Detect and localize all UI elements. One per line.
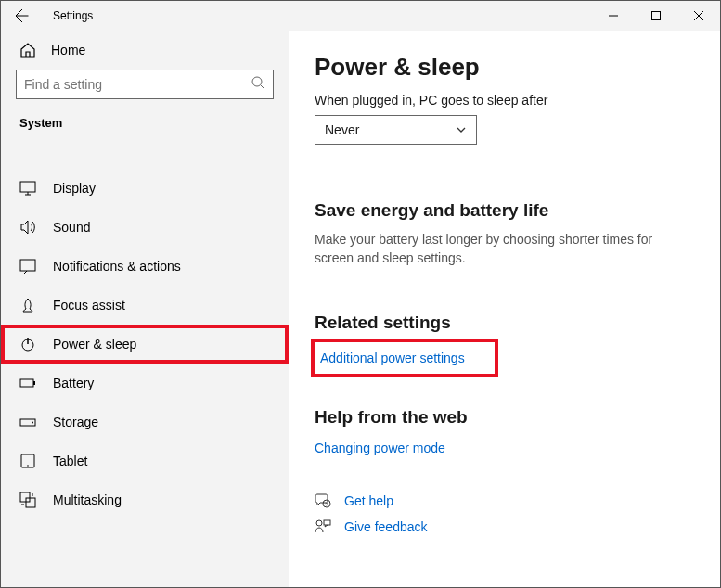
- close-button[interactable]: [677, 1, 720, 31]
- svg-rect-16: [324, 520, 330, 525]
- sleep-dropdown[interactable]: Never: [315, 115, 477, 145]
- maximize-button[interactable]: [635, 1, 677, 31]
- sidebar-item-focus-assist[interactable]: Focus assist: [1, 286, 289, 325]
- energy-title: Save energy and battery life: [315, 200, 683, 221]
- sidebar-item-label: Tablet: [53, 454, 87, 468]
- tablet-icon: [19, 453, 36, 469]
- minimize-button[interactable]: [592, 1, 635, 31]
- battery-icon: [19, 375, 36, 391]
- notifications-icon: [19, 258, 36, 275]
- sidebar-item-label: Focus assist: [53, 298, 125, 313]
- sidebar-item-label: Storage: [53, 415, 98, 429]
- back-button[interactable]: [1, 1, 44, 31]
- display-icon: [19, 180, 36, 197]
- sidebar-item-label: Display: [53, 181, 96, 196]
- svg-point-10: [27, 465, 29, 467]
- dropdown-value: Never: [325, 122, 359, 137]
- sidebar-item-power-sleep[interactable]: Power & sleep: [1, 325, 289, 364]
- help-web-title: Help from the web: [315, 407, 683, 428]
- page-title: Power & sleep: [315, 53, 683, 82]
- sidebar-item-label: Sound: [53, 220, 90, 235]
- chat-bubble-icon: ?: [315, 492, 331, 509]
- maximize-icon: [651, 11, 661, 20]
- related-title: Related settings: [315, 313, 683, 333]
- sidebar-item-multitasking[interactable]: Multitasking: [1, 480, 289, 519]
- svg-rect-6: [33, 381, 35, 385]
- svg-point-15: [316, 520, 322, 526]
- multitasking-icon: [19, 492, 36, 508]
- sidebar-item-tablet[interactable]: Tablet: [1, 441, 289, 480]
- give-feedback-row[interactable]: Give feedback: [315, 518, 683, 535]
- sidebar: Home System Display Sound: [1, 31, 289, 587]
- svg-rect-11: [20, 492, 30, 502]
- home-icon: [19, 42, 36, 58]
- sidebar-item-label: Battery: [53, 376, 94, 390]
- changing-power-mode-link[interactable]: Changing power mode: [315, 441, 683, 455]
- sidebar-item-label: Notifications & actions: [53, 259, 181, 274]
- give-feedback-link[interactable]: Give feedback: [344, 519, 428, 534]
- power-icon: [19, 336, 36, 352]
- svg-rect-2: [20, 182, 35, 192]
- get-help-row[interactable]: ? Get help: [315, 492, 683, 509]
- sidebar-item-sound[interactable]: Sound: [1, 208, 289, 247]
- svg-rect-5: [20, 379, 33, 387]
- svg-text:?: ?: [325, 501, 328, 506]
- get-help-link[interactable]: Get help: [344, 493, 393, 508]
- sidebar-item-storage[interactable]: Storage: [1, 403, 289, 441]
- sidebar-item-battery[interactable]: Battery: [1, 364, 289, 403]
- chevron-down-icon: [456, 124, 467, 135]
- home-label: Home: [51, 43, 85, 58]
- svg-rect-0: [652, 12, 661, 20]
- svg-point-8: [32, 422, 33, 424]
- svg-rect-12: [26, 498, 35, 507]
- sidebar-item-label: Multitasking: [53, 492, 122, 507]
- category-label: System: [1, 116, 289, 141]
- search-icon: [251, 75, 265, 94]
- home-nav[interactable]: Home: [1, 31, 289, 70]
- svg-point-1: [252, 77, 262, 86]
- focus-assist-icon: [19, 297, 36, 313]
- search-input[interactable]: [24, 77, 251, 92]
- close-icon: [694, 11, 703, 20]
- plugged-label: When plugged in, PC goes to sleep after: [315, 93, 683, 108]
- sidebar-item-notifications[interactable]: Notifications & actions: [1, 247, 289, 286]
- feedback-icon: [315, 518, 331, 535]
- energy-text: Make your battery last longer by choosin…: [315, 230, 667, 268]
- arrow-left-icon: [15, 8, 30, 23]
- search-box[interactable]: [16, 70, 274, 99]
- titlebar: Settings: [1, 1, 720, 31]
- content-pane: Power & sleep When plugged in, PC goes t…: [289, 31, 720, 587]
- window-title: Settings: [44, 9, 93, 22]
- additional-power-highlight: Additional power settings: [315, 342, 495, 374]
- minimize-icon: [609, 11, 618, 20]
- sound-icon: [19, 219, 36, 236]
- sidebar-item-label: Power & sleep: [53, 337, 136, 352]
- svg-rect-3: [20, 260, 35, 271]
- storage-icon: [19, 414, 36, 430]
- additional-power-link[interactable]: Additional power settings: [320, 351, 465, 365]
- sidebar-item-display[interactable]: Display: [1, 169, 289, 208]
